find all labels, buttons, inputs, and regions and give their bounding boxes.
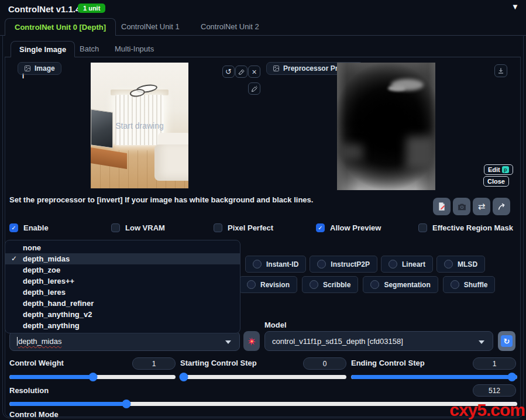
ending-step-slider[interactable]: [351, 373, 517, 381]
radio-icon[interactable]: [370, 280, 379, 289]
unchecked-checkbox-icon[interactable]: [111, 223, 120, 232]
starting-step-value[interactable]: 0: [303, 357, 346, 370]
collapse-arrow-icon[interactable]: ▼: [511, 2, 519, 11]
radio-icon[interactable]: [389, 260, 397, 268]
radio-label: Lineart: [402, 260, 425, 268]
radio-icon[interactable]: [451, 280, 459, 289]
depth-bench-blob: [337, 144, 363, 160]
radio-label: Shuffle: [464, 281, 488, 289]
control-weight-slider[interactable]: [9, 373, 176, 381]
chevron-down-icon: [479, 340, 484, 344]
radio-icon[interactable]: [444, 260, 453, 268]
model-label: Model: [264, 321, 287, 329]
image-icon: [273, 65, 280, 72]
checkbox-label: Enable: [23, 223, 49, 232]
image-icon: [24, 65, 31, 72]
tab-controlnet-unit-0[interactable]: ControlNet Unit 0 [Depth]: [5, 18, 116, 36]
resolution-value[interactable]: 512: [473, 384, 516, 397]
refresh-icon: ↻: [501, 335, 513, 347]
edit-document-icon[interactable]: [433, 198, 451, 215]
radio-icon[interactable]: [253, 260, 262, 268]
invert-hint-text: Set the preprocessor to [invert] If your…: [9, 195, 313, 204]
download-icon[interactable]: [494, 64, 507, 77]
radio-label: Instant-ID: [266, 260, 298, 268]
send-dimensions-icon[interactable]: [493, 198, 510, 215]
control-type-instructp2p[interactable]: InstructP2P: [310, 256, 377, 273]
undo-icon[interactable]: ↺: [222, 66, 235, 78]
unchecked-checkbox-icon[interactable]: [418, 223, 427, 232]
control-weight-value[interactable]: 1: [132, 357, 176, 370]
depth-sofa-blob: [406, 136, 435, 170]
dropdown-option-depth_anything[interactable]: depth_anything: [5, 320, 240, 331]
dropdown-option-depth_zoe[interactable]: depth_zoe: [5, 264, 240, 276]
control-type-lineart[interactable]: Lineart: [381, 256, 433, 273]
starting-step-label: Starting Control Step: [180, 359, 257, 367]
checkbox-effective-region-mask[interactable]: Effective Region Mask: [418, 223, 513, 232]
room-sofa: [154, 144, 188, 181]
tab-single-image[interactable]: Single Image: [11, 41, 75, 57]
refresh-models-button[interactable]: ↻: [498, 331, 515, 351]
dropdown-option-depth_leres[interactable]: depth_leres: [5, 287, 240, 298]
selected-check-icon: ✓: [11, 253, 17, 264]
control-type-mlsd[interactable]: MLSD: [436, 256, 485, 273]
watermark: cxy5.com: [449, 400, 525, 420]
dropdown-option-depth_leres++[interactable]: depth_leres++: [5, 276, 240, 287]
control-type-revision[interactable]: Revision: [239, 276, 297, 293]
depth-preview-image[interactable]: [337, 63, 435, 190]
camera-icon[interactable]: [453, 198, 470, 215]
ending-step-value[interactable]: 1: [473, 357, 516, 370]
start-drawing-hint: Start drawing: [91, 121, 188, 130]
options-checkbox-row: ✓EnableLow VRAMPixel Perfect✓Allow Previ…: [0, 223, 526, 234]
tab-multi-inputs[interactable]: Multi-Inputs: [115, 41, 154, 57]
clear-image-icon[interactable]: ×: [248, 66, 260, 78]
dropdown-option-depth_anything_v2[interactable]: depth_anything_v2: [5, 309, 240, 320]
brush-icon[interactable]: [248, 82, 260, 95]
checkbox-pixel-perfect[interactable]: Pixel Perfect: [214, 223, 273, 232]
preprocessor-dropdown[interactable]: depth_midas: [9, 331, 240, 351]
chevron-down-icon: [225, 340, 231, 344]
source-image-canvas[interactable]: Start drawing: [91, 63, 188, 188]
slider-thumb[interactable]: [89, 373, 98, 381]
room-window: [115, 95, 164, 145]
tab-batch[interactable]: Batch: [80, 41, 99, 57]
dropdown-option-none[interactable]: none: [5, 242, 240, 253]
checkbox-low-vram[interactable]: Low VRAM: [111, 223, 165, 232]
radio-icon[interactable]: [247, 280, 256, 289]
info-icon: i: [22, 73, 24, 80]
preprocessor-options-list: none✓depth_midasdepth_zoedepth_leres++de…: [5, 240, 240, 333]
unit-count-badge: 1 unit: [78, 4, 105, 13]
control-type-segmentation[interactable]: Segmentation: [363, 276, 438, 293]
control-type-row-1: Instant-IDInstructP2PLineartMLSD: [245, 256, 485, 273]
radio-label: InstructP2P: [331, 260, 370, 268]
dropdown-option-depth_midas[interactable]: ✓depth_midas: [5, 253, 240, 264]
checkbox-allow-preview[interactable]: ✓Allow Preview: [316, 223, 381, 232]
slider-thumb[interactable]: [179, 373, 188, 381]
control-type-shuffle[interactable]: Shuffle: [443, 276, 496, 293]
control-type-row-2: RevisionScribbleSegmentationShuffle: [239, 276, 495, 293]
edit-photopea-button[interactable]: Edit p: [484, 164, 513, 175]
controlnet-extension-panel: ControlNet v1.1.455 1 unit ▼ ControlNet …: [0, 0, 526, 420]
resolution-slider[interactable]: [9, 400, 517, 408]
swap-arrows-icon[interactable]: ⇄: [473, 198, 490, 215]
tab-controlnet-unit-1[interactable]: ControlNet Unit 1: [121, 18, 180, 36]
model-dropdown[interactable]: control_v11f1p_sd15_depth [cfd03158]: [264, 331, 493, 351]
control-type-scribble[interactable]: Scribble: [302, 276, 358, 293]
radio-icon[interactable]: [317, 260, 326, 268]
slider-thumb[interactable]: [122, 400, 130, 408]
unchecked-checkbox-icon[interactable]: [214, 223, 222, 232]
radio-label: Revision: [260, 281, 290, 289]
control-weight-label: Control Weight: [9, 359, 64, 367]
control-type-instant-id[interactable]: Instant-ID: [245, 256, 306, 273]
radio-icon[interactable]: [310, 280, 318, 289]
starting-step-slider[interactable]: [180, 373, 346, 381]
tab-controlnet-unit-2[interactable]: ControlNet Unit 2: [201, 18, 259, 36]
close-preview-button[interactable]: Close: [483, 176, 509, 187]
input-content-panel: [5, 57, 521, 417]
run-preprocessor-button[interactable]: [243, 331, 260, 351]
checkbox-enable[interactable]: ✓Enable: [9, 223, 49, 232]
checked-checkbox-icon[interactable]: ✓: [9, 223, 18, 232]
eraser-icon[interactable]: [235, 66, 247, 78]
dropdown-option-depth_hand_refiner[interactable]: depth_hand_refiner: [5, 298, 240, 309]
checked-checkbox-icon[interactable]: ✓: [316, 223, 325, 232]
slider-thumb[interactable]: [508, 373, 517, 381]
